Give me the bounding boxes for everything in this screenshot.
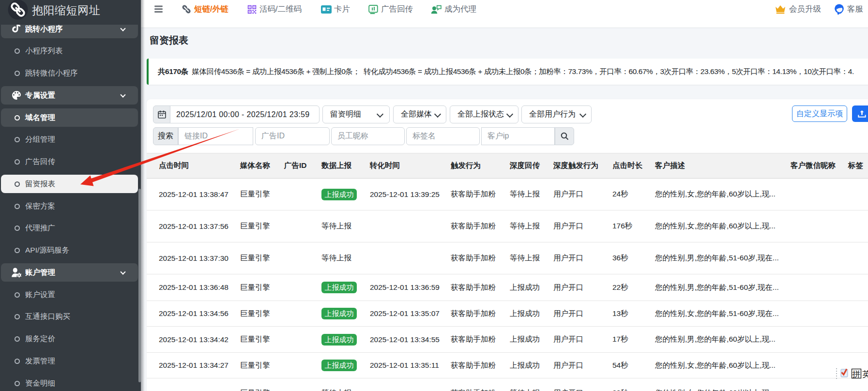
svg-text:英: 英 bbox=[863, 370, 868, 379]
svg-text:拼: 拼 bbox=[853, 370, 861, 379]
